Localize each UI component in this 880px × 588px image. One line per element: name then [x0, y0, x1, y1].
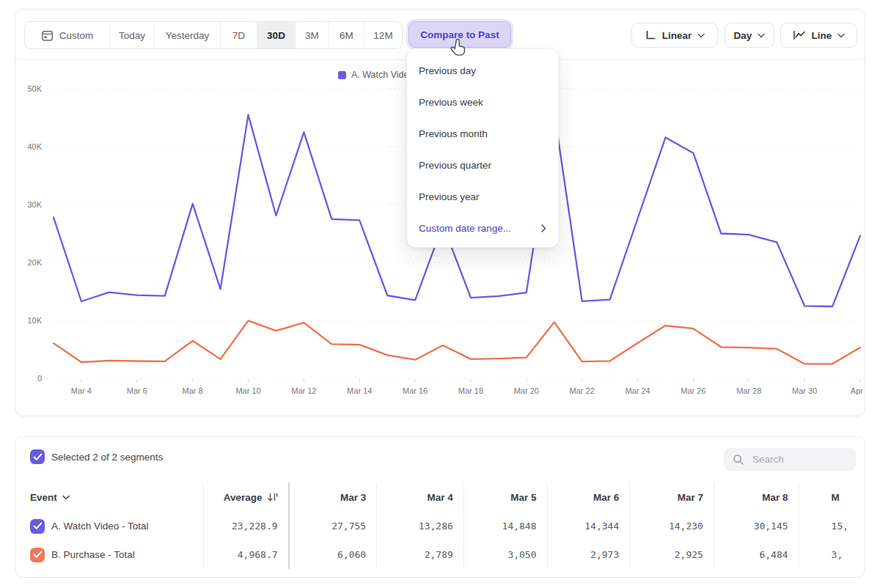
date-range-3m[interactable]: 3M: [296, 22, 329, 48]
interval-select-button[interactable]: Day: [725, 23, 774, 48]
menu-item-custom-date-range[interactable]: Custom date range...: [407, 213, 558, 244]
line-chart-icon: [793, 30, 806, 40]
value-cell: 2,925: [630, 540, 714, 569]
chevron-down-icon: [758, 33, 765, 38]
date-range-label: Today: [119, 30, 145, 41]
value-cell: 30,145: [714, 512, 799, 540]
x-axis-tick-label: Mar 26: [681, 386, 705, 395]
average-header-label: Average: [224, 492, 263, 503]
x-axis-tick-label: Mar 10: [235, 386, 260, 395]
x-axis-tick-label: Mar 8: [183, 386, 203, 395]
x-axis-tick-label: Mar 28: [736, 386, 761, 395]
chevron-down-icon: [837, 33, 845, 38]
y-axis-tick-label: 50K: [27, 84, 42, 93]
y-axis-tick-label: 0: [37, 374, 42, 383]
date-range-label: 6M: [340, 30, 353, 41]
calendar-icon: [41, 29, 54, 42]
menu-item-label: Previous week: [419, 97, 483, 108]
series-a-swatch: [338, 71, 346, 79]
menu-item-label: Previous quarter: [419, 160, 491, 171]
select-all-checkbox[interactable]: [30, 449, 45, 464]
date-range-custom[interactable]: Custom: [25, 22, 110, 48]
segment-label: A. Watch Video - Total: [51, 521, 149, 532]
value-cell: 14,848: [464, 512, 548, 540]
x-axis-tick-label: Mar 14: [347, 386, 372, 395]
segments-panel: Selected 2 of 2 segments EventAverageMar…: [15, 436, 865, 578]
value-cell: 13,286: [377, 512, 464, 540]
search-box: [724, 448, 856, 471]
value-cell: 2,789: [377, 540, 464, 569]
value-cell: 6,484: [714, 540, 799, 569]
date-column-header[interactable]: Mar 4: [377, 482, 464, 512]
chart-type-select-button[interactable]: Line: [780, 23, 857, 48]
x-axis-tick-label: Mar 12: [291, 386, 316, 395]
x-axis-tick-label: Mar 30: [792, 386, 817, 395]
event-cell: A. Watch Video - Total: [15, 512, 204, 540]
value-cell: 14,230: [630, 512, 714, 540]
scale-select-button[interactable]: Linear: [631, 23, 718, 48]
compare-to-past-menu: Previous dayPrevious weekPrevious monthP…: [406, 48, 559, 248]
clipped-value-cell: 3,: [799, 540, 865, 569]
date-column-header[interactable]: Mar 5: [464, 482, 548, 512]
selected-summary-label: Selected 2 of 2 segments: [51, 452, 163, 463]
axis-scale-icon: [645, 29, 656, 41]
value-cell: 6,060: [290, 540, 378, 569]
x-axis-tick-label: Mar 24: [625, 386, 650, 395]
search-icon: [733, 454, 744, 466]
event-cell: B. Purchase - Total: [15, 540, 204, 569]
chevron-down-icon: [62, 495, 70, 500]
date-range-label: 12M: [373, 30, 392, 41]
clipped-value-cell: 15,: [799, 512, 865, 540]
x-axis-tick-label: Mar 4: [71, 386, 92, 395]
y-axis-tick-label: 10K: [27, 316, 42, 325]
chevron-down-icon: [697, 33, 705, 38]
date-range-6m[interactable]: 6M: [329, 22, 364, 48]
menu-item-previous-year[interactable]: Previous year: [407, 181, 558, 213]
x-axis-tick-label: Mar 16: [403, 386, 428, 395]
table-row[interactable]: B. Purchase - Total4,968.76,0602,7893,05…: [15, 540, 865, 569]
menu-item-previous-quarter[interactable]: Previous quarter: [407, 150, 558, 181]
segment-checkbox[interactable]: [30, 548, 45, 562]
event-header-label: Event: [30, 492, 57, 503]
value-cell: 2,973: [548, 540, 631, 569]
date-range-label: 3M: [305, 30, 319, 41]
segment-checkbox[interactable]: [30, 519, 45, 534]
sort-descending-icon: [268, 493, 278, 502]
date-range-7d[interactable]: 7D: [221, 22, 257, 48]
event-column-header[interactable]: Event: [15, 482, 204, 512]
x-axis-tick-label: Mar 6: [127, 386, 147, 395]
menu-item-previous-week[interactable]: Previous week: [407, 87, 558, 118]
y-axis-tick-label: 30K: [27, 200, 42, 209]
date-range-label: Custom: [59, 30, 94, 41]
date-column-header[interactable]: Mar 3: [290, 482, 378, 512]
date-range-12m[interactable]: 12M: [364, 22, 402, 48]
date-column-header[interactable]: Mar 7: [630, 482, 714, 512]
summary-row: Selected 2 of 2 segments: [30, 449, 163, 464]
cursor-pointer-icon: [449, 38, 468, 62]
date-range-30d[interactable]: 30D: [257, 22, 296, 48]
date-range-label: 30D: [267, 30, 285, 41]
x-axis-tick-label: Mar 22: [570, 386, 595, 395]
search-input[interactable]: [751, 453, 846, 466]
x-axis-tick-label: Apr 1: [851, 386, 865, 395]
menu-item-label: Custom date range...: [419, 223, 511, 234]
date-column-header[interactable]: Mar 6: [548, 482, 631, 512]
menu-item-label: Previous year: [419, 191, 480, 202]
date-range-yesterday[interactable]: Yesterday: [155, 22, 221, 48]
average-cell: 4,968.7: [204, 540, 290, 569]
series-line-b: [54, 320, 860, 364]
date-range-label: Yesterday: [166, 30, 210, 41]
segment-label: B. Purchase - Total: [51, 549, 135, 560]
date-column-header[interactable]: Mar 8: [714, 482, 799, 512]
x-axis-tick-label: Mar 20: [514, 386, 539, 395]
x-axis-tick-label: Mar 18: [458, 386, 483, 395]
menu-item-label: Previous month: [419, 128, 488, 139]
average-column-header[interactable]: Average: [204, 482, 290, 512]
menu-item-previous-day[interactable]: Previous day: [407, 55, 558, 87]
menu-item-previous-month[interactable]: Previous month: [407, 118, 558, 150]
table-row[interactable]: A. Watch Video - Total23,228.927,75513,2…: [15, 512, 865, 540]
segments-table: EventAverageMar 3Mar 4Mar 5Mar 6Mar 7Mar…: [15, 482, 865, 569]
date-range-today[interactable]: Today: [110, 22, 155, 48]
value-cell: 27,755: [290, 512, 378, 540]
date-range-label: 7D: [232, 30, 245, 41]
